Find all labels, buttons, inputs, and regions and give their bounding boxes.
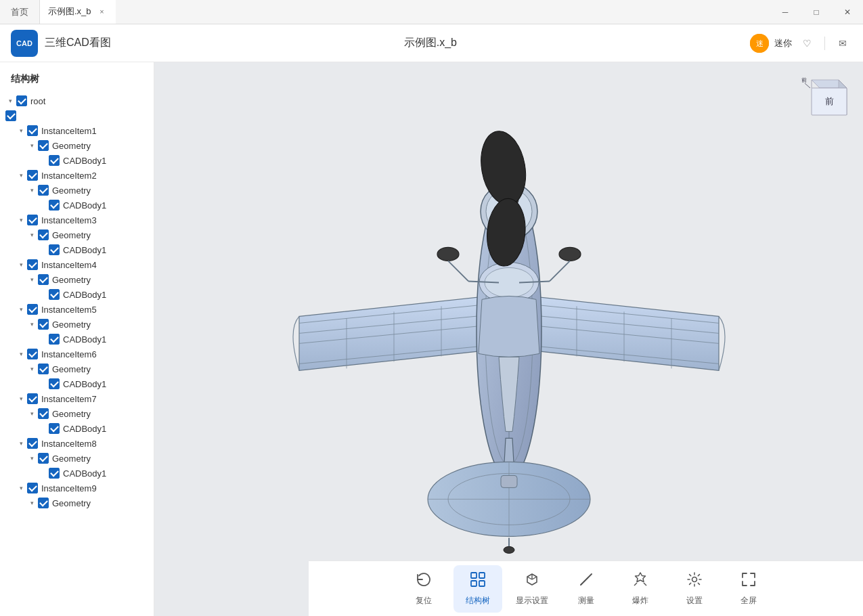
tree-item-label: Geometry — [52, 498, 91, 508]
tree-item-item3[interactable]: ▾InstanceItem3 — [0, 213, 154, 227]
checkbox-icon[interactable] — [49, 200, 60, 211]
tree-item-geo1[interactable]: ▾Geometry — [0, 138, 154, 153]
tree-item-root[interactable]: ▾root — [0, 93, 154, 108]
tree-container: ▾root▾InstanceItem1▾GeometryCADBody1▾Ins… — [0, 93, 154, 510]
tree-item-body3[interactable]: CADBody1 — [0, 242, 154, 257]
toolbar-btn-tree[interactable]: 结构树 — [453, 565, 502, 613]
checkbox-icon[interactable] — [27, 349, 38, 359]
sidebar-title: 结构树 — [0, 62, 154, 93]
chevron-icon: ▾ — [27, 364, 37, 374]
tree-item-item9[interactable]: ▾InstanceItem9 — [0, 481, 154, 496]
checkbox-icon[interactable] — [16, 95, 27, 106]
checkbox-icon[interactable] — [27, 304, 38, 315]
tab-close-button[interactable]: × — [97, 6, 108, 17]
checkbox-icon[interactable] — [38, 319, 49, 330]
chevron-icon — [38, 424, 47, 433]
tree-item-body1[interactable]: CADBody1 — [0, 153, 154, 168]
tree-item-label: Geometry — [52, 230, 91, 240]
cube-navigator[interactable]: 前 前 — [798, 73, 852, 127]
settings-icon — [686, 571, 703, 592]
toolbar-btn-display[interactable]: 显示设置 — [508, 565, 556, 613]
tree-item-blank1[interactable] — [0, 108, 154, 123]
checkbox-icon[interactable] — [38, 498, 49, 508]
svg-line-58 — [634, 583, 637, 586]
checkbox-icon[interactable] — [38, 274, 49, 285]
svg-text:迷: 迷 — [756, 39, 764, 47]
chevron-icon: ▾ — [16, 171, 26, 180]
checkbox-icon[interactable] — [38, 364, 49, 374]
tree-item-item5[interactable]: ▾InstanceItem5 — [0, 302, 154, 317]
checkbox-icon[interactable] — [49, 289, 60, 300]
window-controls: ─ □ ✕ — [770, 0, 863, 24]
svg-rect-49 — [471, 581, 477, 586]
tree-item-item1[interactable]: ▾InstanceItem1 — [0, 123, 154, 138]
svg-point-60 — [692, 577, 696, 582]
tree-item-geo7[interactable]: ▾Geometry — [0, 406, 154, 421]
viewport[interactable]: 前 前 — [154, 62, 863, 616]
checkbox-icon[interactable] — [27, 393, 38, 404]
toolbar-btn-reset[interactable]: 复位 — [399, 565, 448, 613]
mail-icon[interactable]: ✉ — [833, 34, 852, 53]
toolbar-label-settings: 设置 — [686, 595, 703, 607]
tree-item-label: Geometry — [52, 409, 91, 419]
tree-item-body4[interactable]: CADBody1 — [0, 287, 154, 302]
tree-item-geo8[interactable]: ▾Geometry — [0, 451, 154, 466]
tree-item-geo2[interactable]: ▾Geometry — [0, 183, 154, 198]
checkbox-icon[interactable] — [27, 483, 38, 493]
checkbox-icon[interactable] — [38, 185, 49, 196]
tree-item-body6[interactable]: CADBody1 — [0, 376, 154, 391]
chevron-icon: ▾ — [16, 439, 26, 448]
tab-home[interactable]: 首页 — [0, 0, 40, 24]
checkbox-icon[interactable] — [49, 334, 60, 345]
toolbar-btn-explode[interactable]: 爆炸 — [616, 565, 665, 613]
measure-icon — [577, 571, 595, 592]
checkbox-icon[interactable] — [38, 408, 49, 419]
close-button[interactable]: ✕ — [832, 0, 863, 24]
tree-item-item6[interactable]: ▾InstanceItem6 — [0, 347, 154, 361]
tree-item-body8[interactable]: CADBody1 — [0, 466, 154, 481]
checkbox-icon[interactable] — [27, 170, 38, 181]
chevron-icon — [38, 379, 47, 389]
chevron-icon: ▾ — [27, 275, 37, 284]
checkbox-icon[interactable] — [49, 155, 60, 166]
toolbar: 复位结构树显示设置测量爆炸设置全屏 — [309, 560, 863, 616]
svg-line-56 — [583, 580, 585, 582]
toolbar-btn-measure[interactable]: 测量 — [562, 565, 611, 613]
tree-item-label: CADBody1 — [63, 156, 106, 166]
tree-item-item4[interactable]: ▾InstanceItem4 — [0, 257, 154, 272]
svg-rect-46 — [501, 475, 517, 487]
tree-item-item7[interactable]: ▾InstanceItem7 — [0, 391, 154, 406]
restore-button[interactable]: □ — [801, 0, 832, 24]
tree-item-body7[interactable]: CADBody1 — [0, 421, 154, 436]
checkbox-icon[interactable] — [49, 244, 60, 255]
tree-item-item8[interactable]: ▾InstanceItem8 — [0, 436, 154, 451]
tree-item-geo6[interactable]: ▾Geometry — [0, 361, 154, 376]
minimize-button[interactable]: ─ — [770, 0, 801, 24]
toolbar-btn-settings[interactable]: 设置 — [670, 565, 719, 613]
heart-icon[interactable]: ♡ — [797, 34, 816, 53]
checkbox-icon[interactable] — [27, 438, 38, 449]
tree-item-geo5[interactable]: ▾Geometry — [0, 317, 154, 332]
tree-item-label: InstanceItem9 — [41, 483, 97, 493]
checkbox-icon[interactable] — [27, 215, 38, 225]
svg-line-55 — [581, 583, 583, 585]
tree-item-geo9[interactable]: ▾Geometry — [0, 496, 154, 510]
checkbox-icon[interactable] — [27, 259, 38, 270]
chevron-icon: ▾ — [16, 349, 26, 359]
checkbox-icon[interactable] — [38, 140, 49, 151]
tree-item-label: Geometry — [52, 454, 91, 464]
tree-item-item2[interactable]: ▾InstanceItem2 — [0, 168, 154, 183]
tab-file[interactable]: 示例图.x_b × — [40, 0, 116, 24]
tree-item-label: CADBody1 — [63, 379, 106, 389]
tree-item-body5[interactable]: CADBody1 — [0, 332, 154, 347]
toolbar-btn-fullscreen[interactable]: 全屏 — [724, 565, 773, 613]
checkbox-icon[interactable] — [27, 125, 38, 136]
checkbox-icon[interactable] — [38, 453, 49, 464]
checkbox-icon[interactable] — [49, 423, 60, 434]
tree-item-body2[interactable]: CADBody1 — [0, 198, 154, 213]
checkbox-icon[interactable] — [49, 468, 60, 479]
tree-item-geo3[interactable]: ▾Geometry — [0, 227, 154, 242]
tree-item-geo4[interactable]: ▾Geometry — [0, 272, 154, 287]
checkbox-icon[interactable] — [49, 378, 60, 389]
checkbox-icon[interactable] — [38, 229, 49, 240]
